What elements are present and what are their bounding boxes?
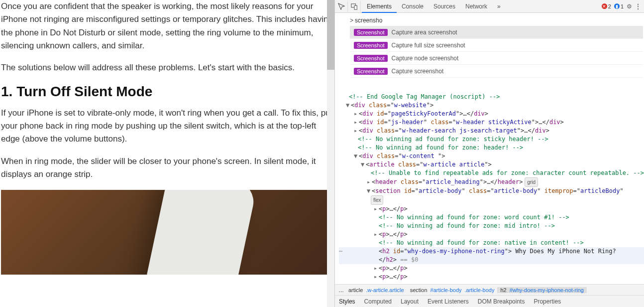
breadcrumb-item[interactable]: section#article-body.article-body — [407, 287, 498, 293]
devtools-tabs: Elements Console Sources Network » — [362, 0, 601, 13]
dom-breadcrumb[interactable]: … article.w-article.article section#arti… — [335, 284, 644, 295]
toolbar-right: ✕2 ▮1 ⚙ ⋮ — [602, 3, 643, 10]
phone-illustration — [143, 190, 257, 275]
panel-tab-styles[interactable]: Styles — [339, 298, 355, 305]
webpage-content: Once you are confident that the speaker … — [0, 0, 334, 307]
panel-tab-layout[interactable]: Layout — [401, 298, 419, 305]
section-heading: 1. Turn Off Silent Mode — [1, 84, 334, 100]
svg-rect-1 — [354, 5, 357, 9]
info-count-badge[interactable]: ▮1 — [614, 3, 624, 9]
breadcrumb-overflow[interactable]: … — [337, 287, 345, 293]
tab-network[interactable]: Network — [460, 0, 492, 13]
panel-tab-event-listeners[interactable]: Event Listeners — [428, 298, 469, 305]
tab-elements[interactable]: Elements — [362, 0, 397, 13]
panel-tab-dom-breakpoints[interactable]: DOM Breakpoints — [478, 298, 525, 305]
command-label: Capture full size screenshot — [392, 42, 465, 49]
info-count: 1 — [621, 3, 624, 9]
tab-sources[interactable]: Sources — [429, 0, 460, 13]
more-menu-icon[interactable]: ⋮ — [635, 3, 641, 10]
inspect-element-icon[interactable] — [336, 1, 348, 12]
selected-dom-node[interactable]: ⋯<h2 id="why-does-my-iphone-not-ring"> W… — [339, 247, 644, 256]
command-category-tag: Screenshot — [354, 55, 388, 62]
error-count: 2 — [608, 3, 611, 9]
command-category-tag: Screenshot — [354, 42, 388, 49]
breadcrumb-item[interactable]: article.w-article.article — [345, 287, 407, 293]
command-label: Capture node screenshot — [392, 55, 459, 62]
command-item-capture-area[interactable]: Screenshot Capture area screenshot — [350, 26, 643, 39]
breadcrumb-item-selected[interactable]: h2#why-does-my-iphone-not-ring — [497, 287, 586, 293]
command-query-text: screensho — [355, 17, 382, 24]
grid-badge[interactable]: grid — [525, 177, 538, 187]
flex-badge[interactable]: flex — [371, 195, 384, 205]
dom-tree[interactable]: <!-- End Google Tag Manager (noscript) -… — [335, 92, 644, 284]
paragraph: The solutions below will address all the… — [1, 61, 334, 74]
dom-comment: <!-- End Google Tag Manager (noscript) -… — [349, 93, 500, 100]
devtools-panel: Elements Console Sources Network » ✕2 ▮1… — [334, 0, 644, 307]
styles-panel-tabs: Styles Computed Layout Event Listeners D… — [335, 295, 644, 307]
paragraph: Once you are confident that the speaker … — [1, 0, 334, 52]
command-category-tag: Screenshot — [354, 68, 388, 75]
command-menu-dropdown: Screenshot Capture area screenshot Scree… — [350, 26, 643, 78]
device-toggle-icon[interactable] — [349, 1, 361, 12]
settings-gear-icon[interactable]: ⚙ — [627, 3, 632, 10]
page-scrollbar-track[interactable] — [327, 0, 334, 307]
command-menu-input[interactable]: screensho — [350, 15, 641, 26]
tab-console[interactable]: Console — [397, 0, 429, 13]
command-label: Capture area screenshot — [392, 29, 457, 36]
command-item-capture-screenshot[interactable]: Screenshot Capture screenshot — [350, 65, 643, 78]
page-scrollbar-thumb[interactable] — [327, 0, 334, 70]
error-count-badge[interactable]: ✕2 — [602, 3, 611, 9]
command-category-tag: Screenshot — [354, 29, 388, 36]
article-image — [1, 190, 334, 275]
panel-tab-computed[interactable]: Computed — [364, 298, 392, 305]
paragraph: If your iPhone is set to vibrate-only mo… — [1, 107, 334, 146]
devtools-toolbar: Elements Console Sources Network » ✕2 ▮1… — [335, 0, 644, 13]
panel-tab-properties[interactable]: Properties — [534, 298, 561, 305]
command-item-capture-node[interactable]: Screenshot Capture node screenshot — [350, 52, 643, 65]
command-item-capture-full[interactable]: Screenshot Capture full size screenshot — [350, 39, 643, 52]
tabs-overflow-icon[interactable]: » — [492, 0, 506, 13]
command-label: Capture screenshot — [392, 68, 444, 75]
selected-node-ref: == $0 — [400, 256, 418, 263]
paragraph: When in ring mode, the slider will be cl… — [1, 155, 334, 181]
